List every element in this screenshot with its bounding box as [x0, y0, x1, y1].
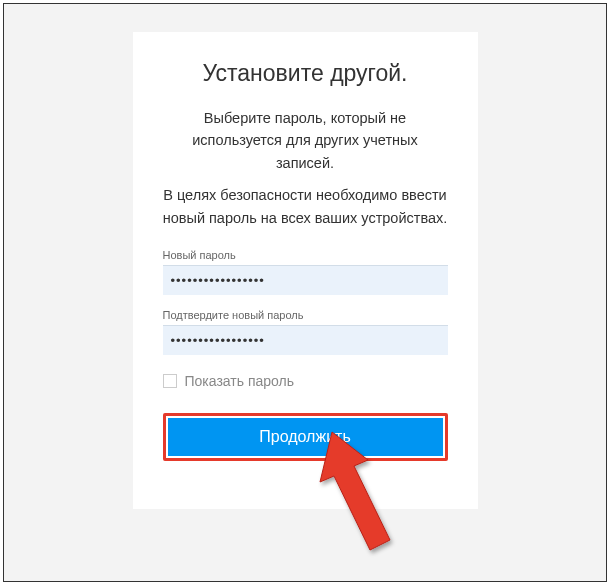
dialog-title: Установите другой. [163, 60, 448, 87]
set-password-dialog: Установите другой. Выберите пароль, кото… [133, 32, 478, 509]
new-password-label: Новый пароль [163, 249, 448, 261]
dialog-description-1: Выберите пароль, который не используется… [163, 107, 448, 174]
confirm-password-label: Подтвердите новый пароль [163, 309, 448, 321]
show-password-label[interactable]: Показать пароль [185, 373, 295, 389]
highlight-annotation: Продолжить [163, 413, 448, 461]
dialog-description-2: В целях безопасности необходимо ввести н… [163, 184, 448, 229]
page-background: Установите другой. Выберите пароль, кото… [3, 3, 607, 582]
continue-button[interactable]: Продолжить [168, 418, 443, 456]
confirm-password-input[interactable] [163, 325, 448, 355]
show-password-checkbox[interactable] [163, 374, 177, 388]
show-password-row: Показать пароль [163, 373, 448, 389]
new-password-input[interactable] [163, 265, 448, 295]
